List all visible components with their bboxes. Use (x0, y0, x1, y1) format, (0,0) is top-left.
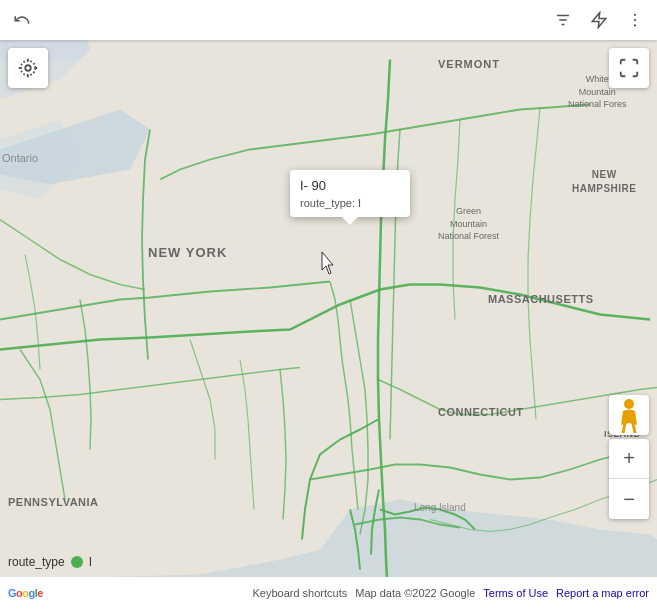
map-controls: + − (609, 395, 649, 519)
popup-detail: route_type: I (300, 197, 400, 209)
more-menu-icon[interactable] (621, 6, 649, 34)
legend-color-dot (71, 556, 83, 568)
svg-point-7 (634, 19, 636, 21)
location-button[interactable] (8, 48, 48, 88)
legend-label: route_type (8, 555, 65, 569)
svg-point-8 (634, 24, 636, 26)
svg-point-6 (634, 14, 636, 16)
filter-icon[interactable] (549, 6, 577, 34)
report-link[interactable]: Report a map error (556, 587, 649, 599)
legend: route_type I (8, 555, 92, 569)
map-container[interactable]: VERMONT NEW YORK NEWHAMPSHIRE MASSACHUSE… (0, 0, 657, 609)
svg-point-9 (25, 65, 31, 71)
undo-button[interactable] (8, 6, 36, 34)
bottom-bar: Google Keyboard shortcuts Map data ©2022… (0, 577, 657, 609)
route-popup: I- 90 route_type: I (290, 170, 410, 217)
map-data-text: Map data ©2022 Google (355, 587, 475, 599)
keyboard-shortcuts-link[interactable]: Keyboard shortcuts (252, 587, 347, 599)
terms-link[interactable]: Terms of Use (483, 587, 548, 599)
bottom-links: Keyboard shortcuts Map data ©2022 Google… (252, 587, 649, 599)
google-logo: Google (8, 587, 43, 599)
zoom-in-button[interactable]: + (609, 439, 649, 479)
legend-value: I (89, 555, 92, 569)
svg-marker-5 (592, 13, 606, 28)
zoom-controls: + − (609, 439, 649, 519)
svg-point-11 (624, 399, 634, 409)
svg-rect-1 (0, 60, 657, 580)
lightning-icon[interactable] (585, 6, 613, 34)
top-toolbar (0, 0, 657, 40)
popup-title: I- 90 (300, 178, 400, 193)
zoom-out-button[interactable]: − (609, 479, 649, 519)
street-view-button[interactable] (609, 395, 649, 435)
svg-point-10 (21, 61, 36, 76)
fullscreen-button[interactable] (609, 48, 649, 88)
